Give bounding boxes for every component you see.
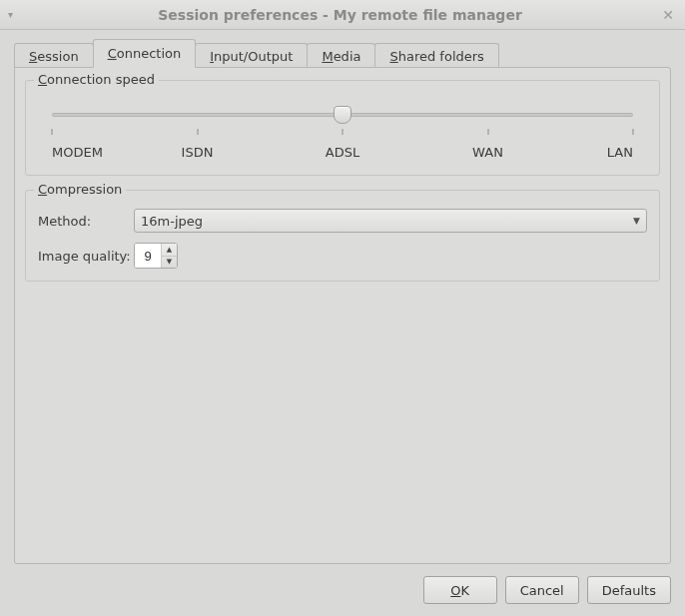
chevron-down-icon: ▼ (633, 216, 640, 226)
slider-tick (633, 129, 634, 135)
slider-thumb[interactable] (334, 106, 351, 124)
cancel-button[interactable]: Cancel (505, 576, 579, 604)
slider-labels: MODEMISDNADSLWANLAN (52, 145, 633, 163)
image-quality-label: Image quality: (38, 249, 134, 264)
tab-shared-folders[interactable]: Shared folders (374, 43, 498, 69)
slider-label: MODEM (52, 145, 103, 160)
row-image-quality: Image quality: ▲ ▼ (38, 243, 647, 269)
slider-label: ISDN (182, 145, 214, 160)
ok-button[interactable]: OK (423, 576, 497, 604)
slider-tick (487, 129, 488, 135)
dialog-body: Session Connection Input/Output Media Sh… (0, 30, 685, 616)
title-bar: ▾ Session preferences - My remote file m… (0, 0, 685, 30)
tab-bar: Session Connection Input/Output Media Sh… (14, 42, 671, 68)
tab-connection[interactable]: Connection (93, 39, 197, 68)
defaults-button[interactable]: Defaults (587, 576, 671, 604)
slider-ticks (52, 129, 633, 139)
slider-tick (342, 129, 343, 135)
slider-label: WAN (472, 145, 503, 160)
image-quality-stepper[interactable]: ▲ ▼ (134, 243, 178, 269)
method-label: Method: (38, 214, 134, 229)
group-compression: Compression Method: 16m-jpeg ▼ Image qua… (25, 190, 660, 282)
group-connection-speed: Connection speed MODEMISDNADSLWANLAN (25, 80, 660, 176)
stepper-up-icon[interactable]: ▲ (162, 244, 177, 256)
dialog-footer: OK Cancel Defaults (14, 564, 671, 604)
slider-tick (197, 129, 198, 135)
image-quality-input[interactable] (135, 244, 161, 268)
tab-session[interactable]: Session (14, 43, 94, 69)
stepper-down-icon[interactable]: ▼ (162, 256, 177, 269)
tab-input-output[interactable]: Input/Output (195, 43, 308, 69)
row-method: Method: 16m-jpeg ▼ (38, 209, 647, 233)
tab-media[interactable]: Media (307, 43, 375, 69)
group-title-connection-speed: Connection speed (34, 72, 159, 87)
close-icon[interactable]: ✕ (659, 7, 677, 23)
tab-panel-connection: Connection speed MODEMISDNADSLWANLAN Com… (14, 67, 671, 564)
slider-label: LAN (607, 145, 633, 160)
slider-label: ADSL (326, 145, 359, 160)
connection-speed-slider[interactable]: MODEMISDNADSLWANLAN (38, 99, 647, 163)
method-value: 16m-jpeg (141, 214, 633, 229)
window-title: Session preferences - My remote file man… (21, 7, 659, 23)
group-title-compression: Compression (34, 182, 126, 197)
window-menu-icon[interactable]: ▾ (8, 9, 13, 20)
method-combo[interactable]: 16m-jpeg ▼ (134, 209, 647, 233)
slider-tick (52, 129, 53, 135)
